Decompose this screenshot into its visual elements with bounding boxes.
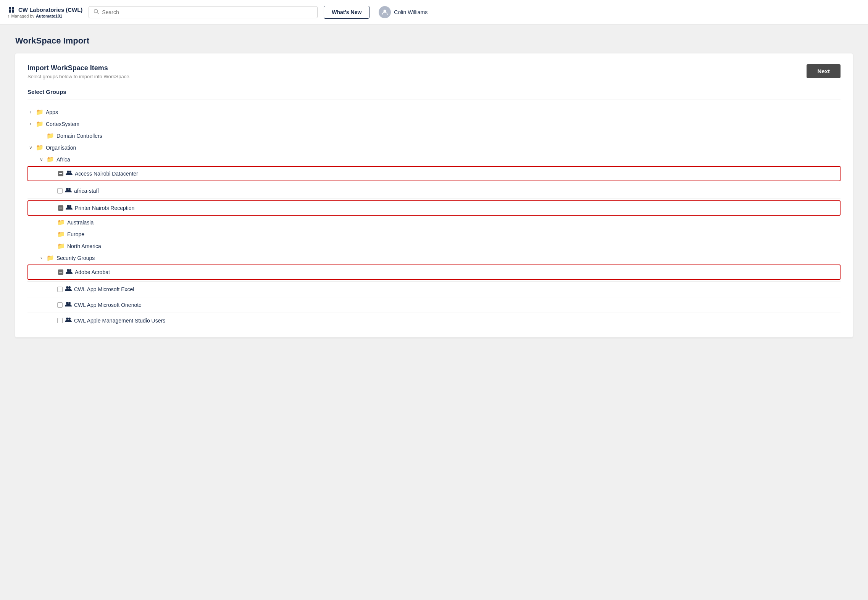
checkbox-printer-nairobi[interactable] — [58, 205, 63, 211]
page-title: WorkSpace Import — [15, 36, 853, 46]
divider-3 — [27, 281, 841, 282]
svg-point-17 — [66, 302, 68, 304]
group-icon-africa-staff — [65, 187, 72, 195]
svg-point-15 — [66, 286, 68, 289]
svg-point-12 — [69, 205, 71, 207]
select-groups-label: Select Groups — [27, 89, 841, 100]
divider-4 — [27, 297, 841, 297]
tree-item-access-nairobi[interactable]: Access Nairobi Datacenter — [28, 168, 840, 179]
apps-label: Apps — [46, 109, 58, 115]
import-card: Import WorkSpace Items Select groups bel… — [15, 53, 853, 337]
cwl-apple-label: CWL Apple Management Studio Users — [74, 318, 165, 324]
folder-icon-domain-controllers: 📁 — [47, 132, 54, 139]
folder-icon-europe: 📁 — [57, 231, 65, 238]
tree-item-cwl-excel[interactable]: CWL App Microsoft Excel — [27, 283, 841, 295]
svg-line-5 — [97, 12, 99, 14]
group-icon-printer-nairobi — [66, 204, 73, 212]
tree-item-cwl-onenote[interactable]: CWL App Microsoft Onenote — [27, 299, 841, 311]
svg-point-9 — [66, 188, 68, 190]
checkbox-cwl-apple[interactable] — [57, 318, 63, 323]
user-area: Colin Williams — [379, 6, 428, 18]
tree-item-domain-controllers[interactable]: 📁 Domain Controllers — [27, 130, 841, 142]
search-input[interactable] — [102, 9, 313, 15]
highlighted-row-printer-nairobi: Printer Nairobi Reception — [27, 200, 841, 216]
tree-item-apps[interactable]: › 📁 Apps — [27, 106, 841, 118]
divider-2 — [27, 198, 841, 199]
checkbox-adobe-acrobat[interactable] — [58, 269, 63, 275]
svg-rect-0 — [9, 7, 11, 10]
card-header: Import WorkSpace Items Select groups bel… — [27, 64, 841, 79]
svg-point-18 — [68, 302, 71, 304]
divider-5 — [27, 313, 841, 313]
tree-item-cwl-apple[interactable]: CWL Apple Management Studio Users — [27, 315, 841, 327]
checkbox-cwl-excel[interactable] — [57, 287, 63, 292]
tree-item-security-groups[interactable]: › 📁 Security Groups — [27, 252, 841, 264]
tree-item-organisation[interactable]: ∨ 📁 Organisation — [27, 142, 841, 153]
card-description: Select groups below to import into WorkS… — [27, 74, 131, 79]
australasia-label: Australasia — [67, 219, 94, 226]
brand-subtitle: ↑ Managed by Automate101 — [8, 14, 82, 18]
brand: CW Laboratories (CWL) ↑ Managed by Autom… — [8, 6, 82, 18]
highlighted-row-access-nairobi: Access Nairobi Datacenter — [27, 166, 841, 181]
svg-point-19 — [66, 318, 68, 320]
tree: › 📁 Apps › 📁 CortexSystem 📁 Domain Contr… — [27, 106, 841, 327]
checkbox-africa-staff[interactable] — [57, 188, 63, 194]
checkbox-cwl-onenote[interactable] — [57, 302, 63, 308]
search-bar[interactable] — [89, 6, 318, 18]
svg-point-8 — [69, 171, 71, 173]
checkbox-access-nairobi[interactable] — [58, 171, 63, 176]
card-header-text: Import WorkSpace Items Select groups bel… — [27, 64, 131, 79]
tree-item-printer-nairobi[interactable]: Printer Nairobi Reception — [28, 203, 840, 213]
search-icon — [94, 9, 99, 16]
user-name: Colin Williams — [394, 9, 428, 15]
brand-title: CW Laboratories (CWL) — [8, 6, 82, 14]
chevron-icon-cortexsystem[interactable]: › — [27, 121, 34, 127]
svg-rect-1 — [12, 7, 14, 10]
tree-item-australasia[interactable]: 📁 Australasia — [27, 216, 841, 228]
svg-rect-3 — [12, 10, 14, 13]
folder-icon-organisation: 📁 — [36, 144, 44, 151]
europe-label: Europe — [67, 231, 84, 237]
tree-item-adobe-acrobat[interactable]: Adobe Acrobat — [28, 267, 840, 277]
north-america-label: North America — [67, 243, 101, 249]
folder-icon-cortexsystem: 📁 — [36, 120, 44, 127]
tree-item-cortexsystem[interactable]: › 📁 CortexSystem — [27, 118, 841, 130]
group-icon-cwl-onenote — [65, 301, 72, 309]
folder-icon-security-groups: 📁 — [47, 254, 54, 261]
security-groups-label: Security Groups — [56, 255, 95, 261]
whats-new-button[interactable]: What's New — [324, 6, 369, 19]
group-icon-adobe-acrobat — [66, 268, 73, 276]
svg-point-10 — [68, 188, 71, 190]
africa-label: Africa — [56, 156, 70, 163]
svg-point-14 — [69, 269, 71, 271]
chevron-icon-africa[interactable]: ∨ — [38, 156, 44, 163]
group-icon-cwl-excel — [65, 285, 72, 293]
adobe-acrobat-label: Adobe Acrobat — [75, 269, 110, 275]
tree-item-africa[interactable]: ∨ 📁 Africa — [27, 153, 841, 165]
chevron-icon-organisation[interactable]: ∨ — [27, 145, 34, 151]
brand-name: CW Laboratories (CWL) — [18, 6, 82, 13]
page-body: WorkSpace Import Import WorkSpace Items … — [0, 24, 868, 349]
cwl-excel-label: CWL App Microsoft Excel — [74, 286, 134, 292]
tree-item-europe[interactable]: 📁 Europe — [27, 228, 841, 240]
tree-item-africa-staff[interactable]: africa-staff — [27, 185, 841, 197]
africa-staff-label: africa-staff — [74, 188, 99, 194]
group-icon-cwl-apple — [65, 317, 72, 324]
divider-1 — [27, 183, 841, 183]
avatar — [379, 6, 391, 18]
next-button[interactable]: Next — [807, 64, 841, 78]
svg-point-16 — [68, 286, 71, 289]
svg-point-7 — [67, 171, 69, 173]
svg-point-20 — [68, 318, 71, 320]
svg-rect-2 — [9, 10, 11, 13]
organisation-label: Organisation — [46, 145, 76, 151]
chevron-icon-apps[interactable]: › — [27, 109, 34, 115]
domain-controllers-label: Domain Controllers — [56, 133, 102, 139]
folder-icon-africa: 📁 — [47, 156, 54, 163]
header: CW Laboratories (CWL) ↑ Managed by Autom… — [0, 0, 868, 24]
tree-item-north-america[interactable]: 📁 North America — [27, 240, 841, 252]
folder-icon-apps: 📁 — [36, 108, 44, 116]
group-icon-access-nairobi — [66, 170, 73, 177]
automate-arrow-icon: ↑ — [8, 14, 10, 18]
chevron-icon-security-groups[interactable]: › — [38, 255, 44, 261]
